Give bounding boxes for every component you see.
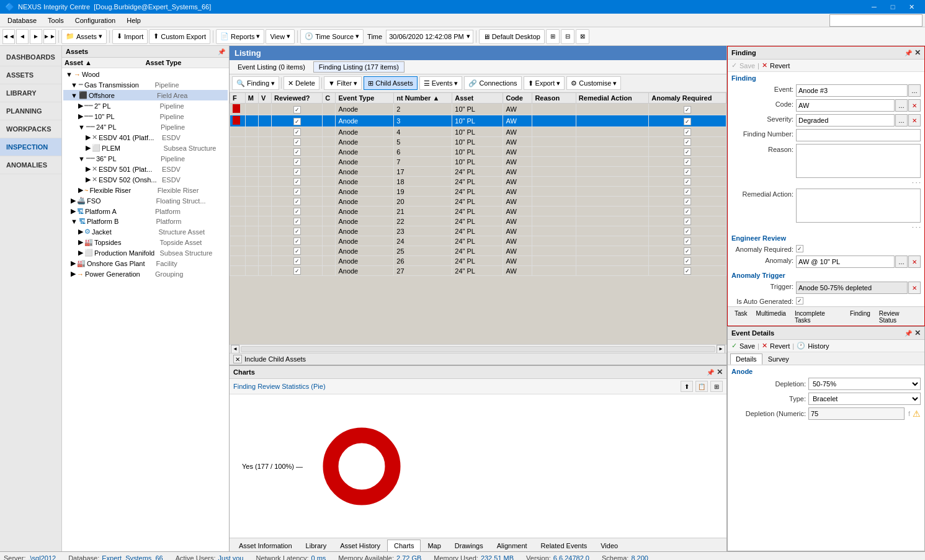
connections-button[interactable]: 🔗 Connections [464,76,521,90]
reviewed-checkbox[interactable] [293,188,301,195]
anomaly-checkbox[interactable] [684,208,691,215]
reviewed-checkbox[interactable] [293,138,301,146]
nav-anomalies[interactable]: ANOMALIES [0,156,61,174]
maximize-button[interactable]: □ [884,0,901,14]
view-button[interactable]: View ▾ [266,29,295,44]
ep-type-select[interactable]: Bracelet [808,393,921,405]
reviewed-checkbox[interactable] [293,178,301,185]
ep-save-button[interactable]: Save [740,342,755,350]
anomaly-checkbox[interactable] [684,158,691,166]
table-row[interactable]: Anode610" PLAW [230,147,726,157]
btab-asset-history[interactable]: Asset History [333,540,387,551]
layout-btn2[interactable]: ⊟ [561,29,574,44]
fp-tab-review-status[interactable]: Review Status [875,308,922,326]
nav-back[interactable]: ◄ [16,29,29,44]
charts-close-icon[interactable]: ✕ [717,368,723,376]
filter-button[interactable]: ▼ Filter ▾ [324,76,362,90]
ep-depletion-numeric-input[interactable] [808,407,905,420]
ep-pin-icon[interactable]: 📌 [905,330,912,337]
table-row[interactable]: Anode2124" PLAW [230,207,726,216]
chart-copy-btn[interactable]: 📋 [695,381,708,392]
tree-item-jacket[interactable]: ▶ ⚙ Jacket Structure Asset [63,226,228,237]
tree-item-gas-transmission[interactable]: ▼ ━ Gas Transmission Pipeline [63,79,228,90]
h-scrollbar[interactable] [241,346,715,352]
tree-item-offshore[interactable]: ▼ ⬛ Offshore Field Area [63,90,228,100]
fp-save-button[interactable]: Save [740,62,755,69]
fp-auto-gen-checkbox[interactable] [796,297,803,304]
fp-event-dots-btn[interactable]: … [908,84,921,97]
reviewed-checkbox[interactable] [293,247,301,255]
tree-item-flexible-riser[interactable]: ▶ ~ Flexible Riser Flexible Riser [63,185,228,195]
menu-configuration[interactable]: Configuration [70,14,120,27]
table-row[interactable]: Anode2324" PLAW [230,226,726,236]
fp-code-dots-btn[interactable]: … [895,99,908,112]
tree-item-36pl[interactable]: ▼ ━━ 36" PL Pipeline [63,153,228,164]
assets-button[interactable]: 📁 Assets ▾ [61,29,107,44]
close-button[interactable]: ✕ [903,0,920,14]
ep-tab-details[interactable]: Details [730,353,762,365]
table-row[interactable]: Anode310" PLAW [230,115,726,127]
fp-remedial-textarea[interactable] [796,189,921,223]
table-row[interactable]: Anode410" PLAW [230,127,726,137]
fp-anomaly-dots-btn[interactable]: … [895,256,908,268]
btab-library[interactable]: Library [299,540,334,551]
table-row[interactable]: Anode2524" PLAW [230,246,726,256]
table-row[interactable]: Anode2624" PLAW [230,256,726,266]
fp-anomaly-input[interactable] [796,256,895,268]
charts-pin-icon[interactable]: 📌 [707,369,714,376]
fp-pin-icon[interactable]: 📌 [905,50,912,56]
fp-code-x-btn[interactable]: ✕ [908,99,921,112]
default-desktop-button[interactable]: 🖥 Default Desktop [479,29,545,44]
ep-tab-survey[interactable]: Survey [762,353,795,365]
reviewed-checkbox[interactable] [293,238,301,245]
fp-close-icon[interactable]: ✕ [914,48,921,57]
nav-forward[interactable]: ► [30,29,42,44]
finding-dropdown-button[interactable]: 🔍 Finding ▾ [232,76,279,90]
table-row[interactable]: Anode2024" PLAW [230,197,726,207]
nav-planning[interactable]: PLANNING [0,102,61,120]
reviewed-checkbox[interactable] [293,148,301,156]
reviewed-checkbox[interactable] [293,257,301,265]
anomaly-checkbox[interactable] [684,198,691,205]
tree-item-wood[interactable]: ▼ → Wood [63,69,228,79]
btab-drawings[interactable]: Drawings [448,540,490,551]
tree-item-24pl[interactable]: ▼ ━━ 24" PL Pipeline [63,122,228,132]
fp-revert-button[interactable]: Revert [770,62,790,69]
search-input[interactable] [829,14,923,27]
chart-expand-btn[interactable]: ⊞ [710,381,723,392]
fp-reason-textarea[interactable] [796,144,921,178]
fp-severity-dots-btn[interactable]: … [895,114,908,127]
customise-button[interactable]: ⚙ Customise ▾ [566,76,621,90]
nav-library[interactable]: LIBRARY [0,84,61,102]
reviewed-checkbox[interactable] [293,218,301,225]
anomaly-checkbox[interactable] [684,218,691,225]
events-button[interactable]: ☰ Events ▾ [419,76,463,90]
ep-history-button[interactable]: History [808,342,829,350]
reviewed-checkbox[interactable] [293,168,301,176]
fp-tab-task[interactable]: Task [730,308,752,326]
table-row[interactable]: Anode2424" PLAW [230,236,726,246]
anomaly-checkbox[interactable] [684,148,691,156]
nav-back-back[interactable]: ◄◄ [2,29,15,44]
fp-tab-multimedia[interactable]: Multimedia [752,308,790,326]
nav-inspection[interactable]: INSPECTION [0,138,61,156]
table-row[interactable]: Anode510" PLAW [230,137,726,147]
reviewed-checkbox[interactable] [293,198,301,205]
anomaly-checkbox[interactable] [684,128,691,136]
anomaly-checkbox[interactable] [684,188,691,195]
nav-assets[interactable]: ASSETS [0,66,61,84]
tree-item-platform-a[interactable]: ▶ 🏗 Platform A Platform [63,206,228,216]
fp-severity-input[interactable] [796,114,895,127]
tree-item-esdv502[interactable]: ▶ ✕ ESDV 502 (Onsh... ESDV [63,174,228,185]
tree-item-topsides[interactable]: ▶ 🏭 Topsides Topside Asset [63,237,228,247]
tree-item-fso[interactable]: ▶ 🚢 FSO Floating Struct... [63,195,228,206]
scroll-right-btn[interactable]: ► [717,345,725,353]
reviewed-checkbox[interactable] [293,208,301,215]
tab-finding-listing[interactable]: Finding Listing (177 items) [313,61,404,73]
minimize-button[interactable]: ─ [865,0,883,14]
tree-item-plem[interactable]: ▶ ⬜ PLEM Subsea Structure [63,143,228,153]
table-row[interactable]: Anode210" PLAW [230,104,726,115]
tree-item-platform-b[interactable]: ▼ 🏗 Platform B Platform [63,216,228,226]
btab-map[interactable]: Map [421,540,447,551]
chart-export-btn[interactable]: ⬆ [681,381,693,392]
